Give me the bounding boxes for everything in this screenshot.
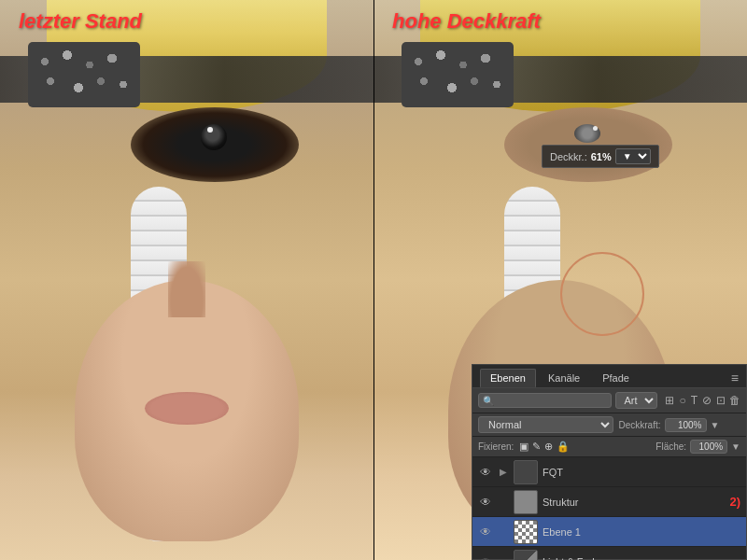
layer-visibility-ebene1[interactable]: 👁: [478, 525, 493, 539]
new-group-icon[interactable]: ⊞: [665, 394, 674, 407]
layer-thumbnail-struktur: [514, 490, 538, 514]
tab-ebenen[interactable]: Ebenen: [480, 369, 536, 387]
panel-divider: [374, 0, 374, 560]
lock-move-icon[interactable]: ⊕: [544, 441, 553, 453]
layer-expand-ebene1: [498, 526, 509, 538]
crystals-right: [402, 42, 514, 107]
lock-icons: ▣ ✎ ⊕ 🔒: [519, 441, 570, 453]
opacity-row: Deckkraft: 100% ▼: [619, 418, 741, 432]
layers-menu-icon[interactable]: ≡: [731, 371, 739, 385]
text-icon[interactable]: T: [691, 394, 698, 407]
blend-mode-dropdown[interactable]: Normal: [478, 416, 613, 433]
layers-filter-toolbar: 🔍 Art ⊞ ○ T ⊘ ⊡ 🗑: [472, 388, 746, 413]
fill-field[interactable]: 100%: [690, 440, 727, 454]
layer-visibility-licht[interactable]: 👁: [478, 554, 493, 561]
left-photo-panel: [0, 0, 374, 560]
fill-arrow[interactable]: ▼: [731, 441, 740, 452]
layer-thumbnail-licht: [514, 550, 538, 561]
toolbar-icons: ⊞ ○ T ⊘ ⊡: [665, 394, 726, 407]
left-caption: letzter Stand: [19, 9, 142, 34]
layer-visibility-struktur[interactable]: 👁: [478, 495, 493, 510]
tab-kanaele[interactable]: Kanäle: [538, 369, 590, 387]
lock-all-icon[interactable]: 🔒: [557, 441, 570, 453]
layers-tabs: Ebenen Kanäle Pfade ≡: [472, 365, 746, 388]
photo-left: [0, 0, 374, 560]
brush-circle-overlay: [560, 252, 644, 336]
opacity-value: 61%: [591, 151, 612, 162]
layer-expand-licht: [498, 556, 509, 561]
trash-icon[interactable]: 🗑: [729, 394, 740, 407]
lock-pixels-icon[interactable]: ▣: [519, 441, 529, 453]
eye-pupil-left: [201, 124, 227, 150]
layer-item-ebene1[interactable]: 👁 Ebene 1: [472, 517, 746, 547]
layer-item-struktur[interactable]: 👁 Struktur 2): [472, 487, 746, 517]
eye-highlight-left: [207, 127, 213, 133]
layers-tab-group: Ebenen Kanäle Pfade: [480, 369, 640, 387]
eye-highlight-right: [593, 126, 598, 131]
filter-search-box: 🔍: [478, 393, 612, 408]
blend-opacity-row: Normal Deckkraft: 100% ▼: [472, 413, 746, 437]
layer-name-fqt: FQT: [543, 467, 740, 478]
lock-paint-icon[interactable]: ✎: [532, 441, 541, 453]
opacity-field[interactable]: 100%: [665, 418, 707, 432]
opacity-dropdown[interactable]: ▼: [615, 148, 651, 164]
layers-panel: Ebenen Kanäle Pfade ≡ 🔍 Art ⊞ ○ T ⊘ ⊡ 🗑 …: [472, 364, 747, 560]
filter-type-dropdown[interactable]: Art: [615, 392, 657, 409]
tab-pfade[interactable]: Pfade: [592, 369, 640, 387]
layer-item-licht[interactable]: 👁 Licht & Farbe: [472, 547, 746, 560]
search-icon: 🔍: [483, 396, 494, 406]
crystals-left: [28, 42, 140, 107]
nose-left: [168, 261, 205, 317]
layer-name-struktur: Struktur: [543, 497, 725, 508]
fill-section: Fläche: 100% ▼: [655, 440, 740, 454]
lips-left: [145, 392, 229, 425]
layer-item-fqt[interactable]: 👁 ▶ FQT: [472, 457, 746, 487]
opacity-label-small: Deckkraft:: [619, 420, 661, 430]
layer-thumbnail-fqt: [514, 460, 538, 484]
layer-thumbnail-ebene1: [514, 520, 538, 544]
layer-name-ebene1: Ebene 1: [543, 526, 740, 538]
layer-name-licht: Licht & Farbe: [543, 556, 740, 561]
right-caption: hohe Deckkraft: [392, 9, 541, 34]
layer-expand-struktur: [498, 497, 509, 508]
filter-input[interactable]: [497, 395, 543, 406]
lock-fill-row: Fixieren: ▣ ✎ ⊕ 🔒 Fläche: 100% ▼: [472, 437, 746, 457]
layer-visibility-fqt[interactable]: 👁: [478, 465, 493, 480]
fill-label: Fläche:: [655, 441, 686, 452]
opacity-arrow[interactable]: ▼: [711, 420, 720, 430]
opacity-label: Deckkr.:: [550, 151, 587, 162]
smart-object-icon[interactable]: ⊡: [716, 394, 726, 407]
opacity-indicator-box[interactable]: Deckkr.: 61% ▼: [542, 145, 659, 168]
lock-label: Fixieren:: [478, 441, 514, 452]
adjustment-icon[interactable]: ⊘: [702, 394, 712, 407]
shape-icon[interactable]: ○: [679, 394, 685, 407]
layer-expand-fqt[interactable]: ▶: [498, 467, 509, 478]
layer-annotation-struktur: 2): [729, 495, 740, 509]
